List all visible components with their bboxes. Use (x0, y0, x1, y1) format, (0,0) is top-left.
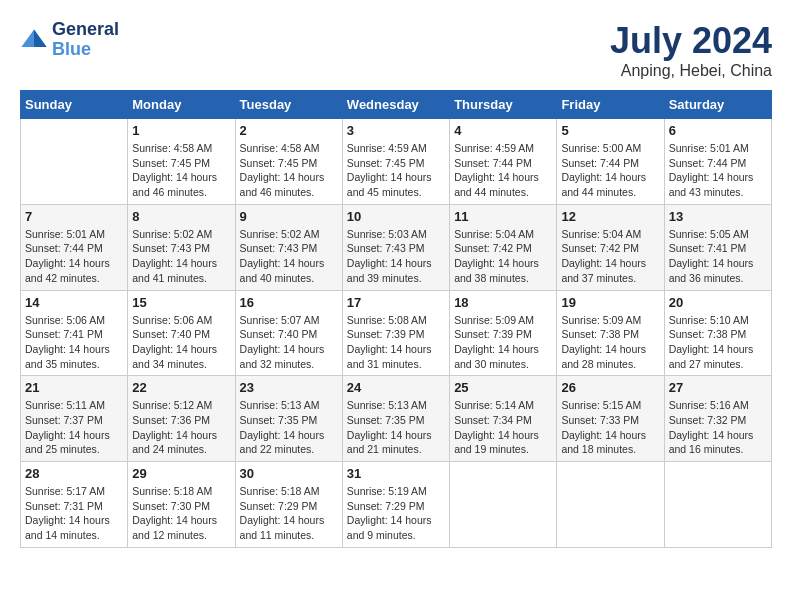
calendar-cell: 31Sunrise: 5:19 AMSunset: 7:29 PMDayligh… (342, 462, 449, 548)
day-number: 15 (132, 295, 230, 310)
calendar-cell: 30Sunrise: 5:18 AMSunset: 7:29 PMDayligh… (235, 462, 342, 548)
day-number: 24 (347, 380, 445, 395)
day-info: Sunrise: 5:14 AMSunset: 7:34 PMDaylight:… (454, 398, 552, 457)
day-info: Sunrise: 5:08 AMSunset: 7:39 PMDaylight:… (347, 313, 445, 372)
day-info: Sunrise: 5:04 AMSunset: 7:42 PMDaylight:… (561, 227, 659, 286)
calendar-cell (664, 462, 771, 548)
calendar-cell: 25Sunrise: 5:14 AMSunset: 7:34 PMDayligh… (450, 376, 557, 462)
day-info: Sunrise: 5:06 AMSunset: 7:40 PMDaylight:… (132, 313, 230, 372)
calendar-cell: 7Sunrise: 5:01 AMSunset: 7:44 PMDaylight… (21, 204, 128, 290)
calendar-cell: 9Sunrise: 5:02 AMSunset: 7:43 PMDaylight… (235, 204, 342, 290)
day-info: Sunrise: 5:09 AMSunset: 7:38 PMDaylight:… (561, 313, 659, 372)
calendar-cell: 18Sunrise: 5:09 AMSunset: 7:39 PMDayligh… (450, 290, 557, 376)
weekday-header-monday: Monday (128, 91, 235, 119)
day-info: Sunrise: 5:10 AMSunset: 7:38 PMDaylight:… (669, 313, 767, 372)
weekday-header-saturday: Saturday (664, 91, 771, 119)
calendar-cell: 20Sunrise: 5:10 AMSunset: 7:38 PMDayligh… (664, 290, 771, 376)
day-info: Sunrise: 5:01 AMSunset: 7:44 PMDaylight:… (669, 141, 767, 200)
calendar-cell: 16Sunrise: 5:07 AMSunset: 7:40 PMDayligh… (235, 290, 342, 376)
calendar-cell (450, 462, 557, 548)
calendar-week-1: 7Sunrise: 5:01 AMSunset: 7:44 PMDaylight… (21, 204, 772, 290)
day-number: 6 (669, 123, 767, 138)
day-info: Sunrise: 5:19 AMSunset: 7:29 PMDaylight:… (347, 484, 445, 543)
day-number: 28 (25, 466, 123, 481)
calendar-week-3: 21Sunrise: 5:11 AMSunset: 7:37 PMDayligh… (21, 376, 772, 462)
day-number: 19 (561, 295, 659, 310)
day-info: Sunrise: 5:17 AMSunset: 7:31 PMDaylight:… (25, 484, 123, 543)
day-number: 1 (132, 123, 230, 138)
day-number: 7 (25, 209, 123, 224)
day-info: Sunrise: 5:18 AMSunset: 7:30 PMDaylight:… (132, 484, 230, 543)
calendar-cell: 5Sunrise: 5:00 AMSunset: 7:44 PMDaylight… (557, 119, 664, 205)
day-number: 9 (240, 209, 338, 224)
day-number: 8 (132, 209, 230, 224)
day-info: Sunrise: 5:09 AMSunset: 7:39 PMDaylight:… (454, 313, 552, 372)
day-number: 22 (132, 380, 230, 395)
day-number: 29 (132, 466, 230, 481)
calendar-week-4: 28Sunrise: 5:17 AMSunset: 7:31 PMDayligh… (21, 462, 772, 548)
day-number: 4 (454, 123, 552, 138)
calendar-cell: 15Sunrise: 5:06 AMSunset: 7:40 PMDayligh… (128, 290, 235, 376)
calendar-week-2: 14Sunrise: 5:06 AMSunset: 7:41 PMDayligh… (21, 290, 772, 376)
day-info: Sunrise: 5:06 AMSunset: 7:41 PMDaylight:… (25, 313, 123, 372)
day-number: 31 (347, 466, 445, 481)
day-number: 23 (240, 380, 338, 395)
calendar-week-0: 1Sunrise: 4:58 AMSunset: 7:45 PMDaylight… (21, 119, 772, 205)
logo: General Blue (20, 20, 119, 60)
day-info: Sunrise: 5:11 AMSunset: 7:37 PMDaylight:… (25, 398, 123, 457)
day-info: Sunrise: 5:18 AMSunset: 7:29 PMDaylight:… (240, 484, 338, 543)
day-info: Sunrise: 4:58 AMSunset: 7:45 PMDaylight:… (132, 141, 230, 200)
day-info: Sunrise: 5:13 AMSunset: 7:35 PMDaylight:… (347, 398, 445, 457)
svg-marker-1 (34, 29, 47, 47)
day-number: 12 (561, 209, 659, 224)
calendar-cell: 22Sunrise: 5:12 AMSunset: 7:36 PMDayligh… (128, 376, 235, 462)
day-number: 18 (454, 295, 552, 310)
day-info: Sunrise: 5:01 AMSunset: 7:44 PMDaylight:… (25, 227, 123, 286)
calendar-cell: 10Sunrise: 5:03 AMSunset: 7:43 PMDayligh… (342, 204, 449, 290)
logo-icon (20, 26, 48, 54)
day-info: Sunrise: 5:15 AMSunset: 7:33 PMDaylight:… (561, 398, 659, 457)
day-info: Sunrise: 5:16 AMSunset: 7:32 PMDaylight:… (669, 398, 767, 457)
calendar-cell: 23Sunrise: 5:13 AMSunset: 7:35 PMDayligh… (235, 376, 342, 462)
day-number: 14 (25, 295, 123, 310)
day-number: 26 (561, 380, 659, 395)
calendar-cell: 19Sunrise: 5:09 AMSunset: 7:38 PMDayligh… (557, 290, 664, 376)
day-info: Sunrise: 5:03 AMSunset: 7:43 PMDaylight:… (347, 227, 445, 286)
calendar-cell: 28Sunrise: 5:17 AMSunset: 7:31 PMDayligh… (21, 462, 128, 548)
subtitle: Anping, Hebei, China (610, 62, 772, 80)
day-info: Sunrise: 5:00 AMSunset: 7:44 PMDaylight:… (561, 141, 659, 200)
logo-text: General Blue (52, 20, 119, 60)
day-number: 13 (669, 209, 767, 224)
day-number: 2 (240, 123, 338, 138)
calendar-cell: 13Sunrise: 5:05 AMSunset: 7:41 PMDayligh… (664, 204, 771, 290)
weekday-header-wednesday: Wednesday (342, 91, 449, 119)
calendar-cell: 29Sunrise: 5:18 AMSunset: 7:30 PMDayligh… (128, 462, 235, 548)
day-info: Sunrise: 4:58 AMSunset: 7:45 PMDaylight:… (240, 141, 338, 200)
day-info: Sunrise: 5:12 AMSunset: 7:36 PMDaylight:… (132, 398, 230, 457)
day-number: 5 (561, 123, 659, 138)
calendar-cell: 1Sunrise: 4:58 AMSunset: 7:45 PMDaylight… (128, 119, 235, 205)
day-info: Sunrise: 5:13 AMSunset: 7:35 PMDaylight:… (240, 398, 338, 457)
calendar-cell: 6Sunrise: 5:01 AMSunset: 7:44 PMDaylight… (664, 119, 771, 205)
calendar-cell: 2Sunrise: 4:58 AMSunset: 7:45 PMDaylight… (235, 119, 342, 205)
day-number: 3 (347, 123, 445, 138)
day-number: 25 (454, 380, 552, 395)
calendar-cell: 24Sunrise: 5:13 AMSunset: 7:35 PMDayligh… (342, 376, 449, 462)
page-header: General Blue July 2024 Anping, Hebei, Ch… (20, 20, 772, 80)
day-number: 17 (347, 295, 445, 310)
calendar-cell: 3Sunrise: 4:59 AMSunset: 7:45 PMDaylight… (342, 119, 449, 205)
day-number: 27 (669, 380, 767, 395)
calendar-cell: 27Sunrise: 5:16 AMSunset: 7:32 PMDayligh… (664, 376, 771, 462)
day-info: Sunrise: 5:07 AMSunset: 7:40 PMDaylight:… (240, 313, 338, 372)
calendar-cell (557, 462, 664, 548)
day-number: 11 (454, 209, 552, 224)
day-number: 20 (669, 295, 767, 310)
calendar-table: SundayMondayTuesdayWednesdayThursdayFrid… (20, 90, 772, 548)
calendar-header-row: SundayMondayTuesdayWednesdayThursdayFrid… (21, 91, 772, 119)
day-number: 10 (347, 209, 445, 224)
day-info: Sunrise: 5:02 AMSunset: 7:43 PMDaylight:… (240, 227, 338, 286)
day-number: 21 (25, 380, 123, 395)
day-number: 16 (240, 295, 338, 310)
calendar-cell: 8Sunrise: 5:02 AMSunset: 7:43 PMDaylight… (128, 204, 235, 290)
day-info: Sunrise: 5:02 AMSunset: 7:43 PMDaylight:… (132, 227, 230, 286)
